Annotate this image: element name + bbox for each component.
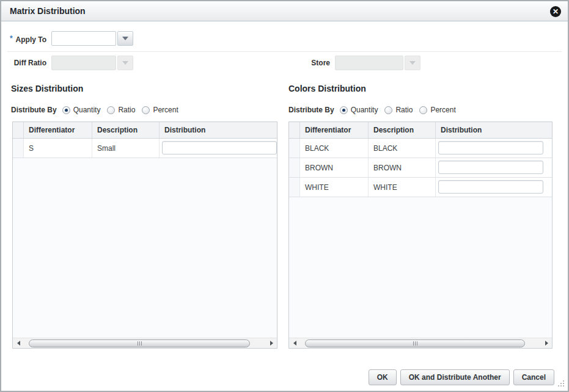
sizes-radio-percent-label: Percent xyxy=(153,106,178,114)
dialog-titlebar: Matrix Distribution xyxy=(1,1,568,21)
sizes-radio-quantity[interactable] xyxy=(62,106,70,114)
sizes-radio-percent[interactable] xyxy=(142,106,150,114)
distribution-input[interactable] xyxy=(438,141,543,154)
colors-radio-percent-label: Percent xyxy=(430,106,455,114)
selector-column-header xyxy=(13,122,24,138)
matrix-distribution-dialog: Matrix Distribution ✕ *Apply To Diff Rat… xyxy=(0,0,569,392)
cell-differentiator: WHITE xyxy=(300,178,369,197)
column-header-distribution: Distribution xyxy=(436,122,552,138)
sizes-table-header: Differentiator Description Distribution xyxy=(13,122,277,139)
cell-distribution xyxy=(436,139,552,158)
diff-ratio-combobox xyxy=(51,56,133,70)
cell-description: BROWN xyxy=(369,158,436,177)
column-header-description: Description xyxy=(92,122,160,138)
cell-differentiator: S xyxy=(24,139,92,158)
scroll-right-icon[interactable] xyxy=(542,339,551,347)
required-marker: * xyxy=(10,34,13,43)
sizes-radio-quantity-label: Quantity xyxy=(73,106,101,114)
cell-distribution xyxy=(160,139,277,158)
sizes-radio-ratio-label: Ratio xyxy=(118,106,135,114)
colors-distribute-by-group: Distribute By Quantity Ratio Percent xyxy=(288,105,463,115)
scroll-track[interactable] xyxy=(300,339,541,347)
form-separator xyxy=(7,51,562,52)
apply-to-dropdown-button[interactable] xyxy=(117,31,133,46)
resize-grip-icon[interactable] xyxy=(557,380,564,388)
column-header-distribution: Distribution xyxy=(160,122,277,138)
row-selector[interactable] xyxy=(289,139,300,158)
scroll-thumb[interactable] xyxy=(29,339,250,347)
store-label: Store xyxy=(311,59,330,67)
ok-button[interactable]: OK xyxy=(369,369,397,385)
cell-description: WHITE xyxy=(369,178,436,197)
cell-distribution xyxy=(436,158,552,177)
column-header-description: Description xyxy=(369,122,436,138)
selector-column-header xyxy=(289,122,300,138)
diff-ratio-input xyxy=(51,56,116,70)
close-icon[interactable]: ✕ xyxy=(550,6,561,17)
colors-radio-quantity-label: Quantity xyxy=(351,106,378,114)
store-input xyxy=(335,56,403,70)
apply-to-combobox xyxy=(51,31,133,46)
dialog-title: Matrix Distribution xyxy=(10,6,86,16)
sizes-table: Differentiator Description Distribution … xyxy=(12,122,277,349)
sizes-distribute-by-group: Distribute By Quantity Ratio Percent xyxy=(11,105,185,115)
colors-horizontal-scrollbar[interactable] xyxy=(289,338,552,348)
colors-table: Differentiator Description Distribution … xyxy=(288,122,552,349)
apply-to-input[interactable] xyxy=(51,31,116,46)
cancel-button[interactable]: Cancel xyxy=(513,369,554,385)
chevron-down-icon xyxy=(409,61,416,65)
scroll-track[interactable] xyxy=(24,339,266,347)
sizes-section-heading: Sizes Distribution xyxy=(11,84,83,93)
colors-distribute-by-label: Distribute By xyxy=(288,106,334,114)
row-selector[interactable] xyxy=(289,178,300,197)
store-label-box: Store xyxy=(284,56,330,70)
row-selector[interactable] xyxy=(289,158,300,177)
apply-to-label-box: *Apply To xyxy=(1,31,46,46)
scroll-left-icon[interactable] xyxy=(14,339,23,347)
table-row[interactable]: S Small xyxy=(13,139,277,158)
diff-ratio-label: Diff Ratio xyxy=(14,59,46,67)
diff-ratio-label-box: Diff Ratio xyxy=(1,56,46,70)
sizes-radio-ratio[interactable] xyxy=(107,106,115,114)
distribution-input[interactable] xyxy=(162,141,277,154)
grip-icon xyxy=(413,341,418,346)
colors-table-empty-area xyxy=(289,197,552,338)
grip-icon xyxy=(137,341,142,346)
row-selector[interactable] xyxy=(13,139,24,158)
cell-differentiator: BLACK xyxy=(300,139,369,158)
distribution-input[interactable] xyxy=(438,161,543,174)
chevron-down-icon xyxy=(122,37,128,40)
store-dropdown-button xyxy=(405,56,420,70)
scroll-thumb[interactable] xyxy=(305,339,525,347)
store-combobox xyxy=(335,56,420,70)
colors-radio-quantity[interactable] xyxy=(340,106,348,114)
sizes-distribute-by-label: Distribute By xyxy=(11,106,57,114)
chevron-down-icon xyxy=(122,61,128,65)
table-row[interactable]: BLACK BLACK xyxy=(289,139,552,158)
ok-and-distribute-another-button[interactable]: OK and Distribute Another xyxy=(400,369,510,385)
diff-ratio-dropdown-button xyxy=(117,56,133,70)
sizes-table-empty-area xyxy=(13,158,277,338)
cell-differentiator: BROWN xyxy=(300,158,369,177)
apply-to-label: Apply To xyxy=(16,35,46,44)
colors-radio-ratio[interactable] xyxy=(384,106,392,114)
column-header-differentiator: Differentiator xyxy=(300,122,369,138)
table-row[interactable]: BROWN BROWN xyxy=(289,158,552,178)
dialog-footer: OK OK and Distribute Another Cancel xyxy=(369,369,554,385)
colors-radio-percent[interactable] xyxy=(419,106,427,114)
cell-description: Small xyxy=(92,139,160,158)
distribution-input[interactable] xyxy=(438,180,543,194)
table-row[interactable]: WHITE WHITE xyxy=(289,178,552,197)
scroll-left-icon[interactable] xyxy=(290,339,299,347)
colors-radio-ratio-label: Ratio xyxy=(395,106,413,114)
sizes-horizontal-scrollbar[interactable] xyxy=(13,338,277,348)
column-header-differentiator: Differentiator xyxy=(24,122,92,138)
scroll-right-icon[interactable] xyxy=(267,339,276,347)
cell-description: BLACK xyxy=(369,139,436,158)
colors-table-header: Differentiator Description Distribution xyxy=(289,122,552,139)
cell-distribution xyxy=(436,178,552,197)
colors-section-heading: Colors Distribution xyxy=(288,84,366,93)
